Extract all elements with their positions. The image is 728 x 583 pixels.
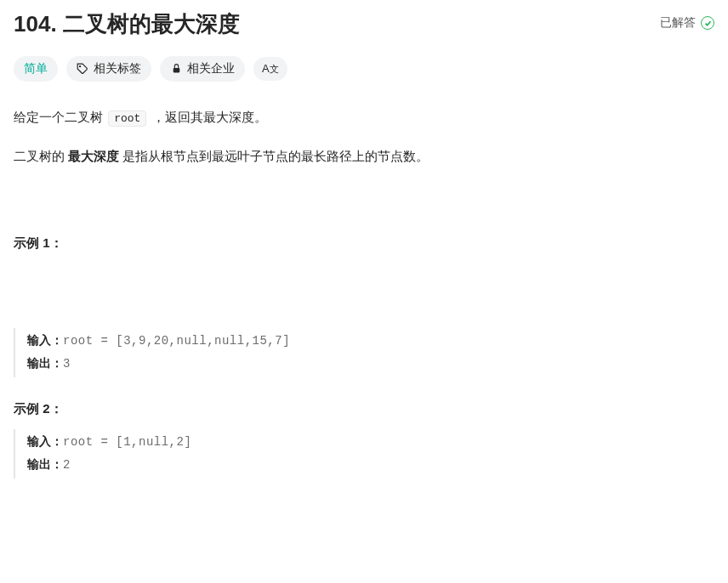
example-2-output-value: 2 (63, 458, 71, 472)
svg-point-0 (80, 65, 81, 66)
example-1-output-label: 输出： (27, 356, 63, 370)
inline-code-root: root (108, 110, 146, 127)
solved-label: 已解答 (660, 15, 696, 31)
related-tags-button[interactable]: 相关标签 (66, 56, 151, 82)
example-1-heading: 示例 1： (14, 235, 714, 252)
tag-icon (77, 63, 88, 75)
problem-title-text: 二叉树的最大深度 (63, 11, 240, 37)
example-1-block: 输入：root = [3,9,20,null,null,15,7] 输出：3 (14, 328, 714, 377)
translate-button[interactable]: A文 (253, 57, 287, 81)
example-2-heading: 示例 2： (14, 401, 714, 417)
problem-number: 104. (14, 11, 57, 37)
example-1-input-label: 输入： (27, 333, 63, 347)
problem-title: 104. 二叉树的最大深度 (14, 10, 240, 39)
related-companies-button[interactable]: 相关企业 (160, 56, 245, 82)
example-1-output: 输出：3 (27, 353, 714, 376)
svg-rect-1 (173, 68, 179, 72)
difficulty-tag[interactable]: 简单 (14, 56, 58, 82)
tags-row: 简单 相关标签 相关企业 A文 (14, 56, 714, 82)
desc1-prefix: 给定一个二叉树 (14, 110, 106, 124)
example-2-input-label: 输入： (27, 434, 63, 448)
spacer (14, 184, 714, 235)
example-2-input: 输入：root = [1,null,2] (27, 431, 714, 454)
example-1-input: 输入：root = [3,9,20,null,null,15,7] (27, 330, 714, 353)
problem-header: 104. 二叉树的最大深度 已解答 (14, 10, 714, 39)
example-2-output: 输出：2 (27, 454, 714, 477)
related-companies-label: 相关企业 (187, 61, 235, 76)
example-1-output-value: 3 (63, 357, 71, 371)
related-tags-label: 相关标签 (94, 61, 141, 76)
description-line-1: 给定一个二叉树 root ，返回其最大深度。 (14, 105, 714, 130)
lock-icon (170, 63, 182, 75)
translate-label: A文 (262, 62, 279, 76)
desc1-suffix: ，返回其最大深度。 (148, 110, 266, 124)
desc2-bold: 最大深度 (68, 149, 119, 163)
example-2-output-label: 输出： (27, 457, 63, 471)
description-line-2: 二叉树的 最大深度 是指从根节点到最远叶子节点的最长路径上的节点数。 (14, 144, 714, 169)
example-2-block: 输入：root = [1,null,2] 输出：2 (14, 429, 714, 478)
difficulty-label: 简单 (24, 61, 48, 76)
check-circle-icon (701, 16, 714, 30)
example-2-input-value: root = [1,null,2] (63, 435, 191, 449)
example-1-input-value: root = [3,9,20,null,null,15,7] (63, 334, 290, 348)
solved-status: 已解答 (660, 10, 714, 31)
desc2-prefix: 二叉树的 (14, 149, 68, 163)
desc2-suffix: 是指从根节点到最远叶子节点的最长路径上的节点数。 (119, 149, 429, 163)
